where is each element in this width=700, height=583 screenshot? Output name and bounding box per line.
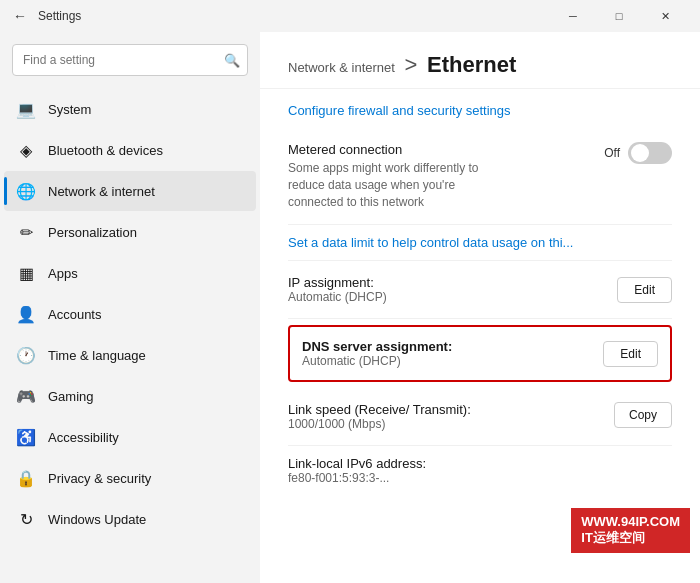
sidebar-item-privacy[interactable]: 🔒Privacy & security (4, 458, 256, 498)
sidebar-item-label-personalization: Personalization (48, 225, 244, 240)
update-icon: ↻ (16, 509, 36, 529)
maximize-button[interactable]: □ (596, 0, 642, 32)
privacy-icon: 🔒 (16, 468, 36, 488)
sidebar-item-label-network: Network & internet (48, 184, 244, 199)
sidebar-item-network[interactable]: 🌐Network & internet (4, 171, 256, 211)
metered-connection-desc: Some apps might work differently to redu… (288, 160, 508, 210)
section-name: Network & internet (288, 60, 395, 75)
link-speed-row: Link speed (Receive/ Transmit): 1000/100… (288, 388, 672, 446)
dns-assignment-info: DNS server assignment: Automatic (DHCP) (302, 339, 603, 368)
toggle-knob (631, 144, 649, 162)
ip-assignment-info: IP assignment: Automatic (DHCP) (288, 275, 617, 304)
link-speed-title: Link speed (Receive/ Transmit): (288, 402, 598, 417)
content-area: Network & internet > Ethernet Configure … (260, 32, 700, 583)
dns-assignment-value: Automatic (DHCP) (302, 354, 603, 368)
page-title: Ethernet (427, 52, 516, 77)
sidebar: 🔍 💻System◈Bluetooth & devices🌐Network & … (0, 32, 260, 583)
window-controls: ─ □ ✕ (550, 0, 688, 32)
breadcrumb: Network & internet > Ethernet (288, 52, 672, 78)
sidebar-item-label-bluetooth: Bluetooth & devices (48, 143, 244, 158)
sidebar-item-label-accessibility: Accessibility (48, 430, 244, 445)
sidebar-item-time[interactable]: 🕐Time & language (4, 335, 256, 375)
sidebar-item-accessibility[interactable]: ♿Accessibility (4, 417, 256, 457)
gaming-icon: 🎮 (16, 386, 36, 406)
dns-edit-button[interactable]: Edit (603, 341, 658, 367)
link-speed-value: 1000/1000 (Mbps) (288, 417, 598, 431)
ip-assignment-value: Automatic (DHCP) (288, 290, 617, 304)
sidebar-item-update[interactable]: ↻Windows Update (4, 499, 256, 539)
sidebar-item-label-time: Time & language (48, 348, 244, 363)
nav-list: 💻System◈Bluetooth & devices🌐Network & in… (0, 88, 260, 540)
ipv6-value: fe80-f001:5:93:3-... (288, 471, 672, 485)
sidebar-item-personalization[interactable]: ✏Personalization (4, 212, 256, 252)
time-icon: 🕐 (16, 345, 36, 365)
ipv6-title: Link-local IPv6 address: (288, 456, 672, 471)
ip-edit-button[interactable]: Edit (617, 277, 672, 303)
network-icon: 🌐 (16, 181, 36, 201)
titlebar: ← Settings ─ □ ✕ (0, 0, 700, 32)
toggle-off-label: Off (604, 146, 620, 160)
minimize-button[interactable]: ─ (550, 0, 596, 32)
metered-connection-control: Off (604, 142, 672, 164)
breadcrumb-separator: > (405, 52, 418, 77)
sidebar-item-gaming[interactable]: 🎮Gaming (4, 376, 256, 416)
accessibility-icon: ♿ (16, 427, 36, 447)
metered-connection-info: Metered connection Some apps might work … (288, 142, 588, 210)
bluetooth-icon: ◈ (16, 140, 36, 160)
sidebar-item-label-accounts: Accounts (48, 307, 244, 322)
personalization-icon: ✏ (16, 222, 36, 242)
content-header: Network & internet > Ethernet (260, 32, 700, 89)
sidebar-item-label-privacy: Privacy & security (48, 471, 244, 486)
data-limit-link[interactable]: Set a data limit to help control data us… (288, 225, 672, 261)
sidebar-item-apps[interactable]: ▦Apps (4, 253, 256, 293)
sidebar-item-label-update: Windows Update (48, 512, 244, 527)
apps-icon: ▦ (16, 263, 36, 283)
metered-connection-title: Metered connection (288, 142, 588, 157)
dns-assignment-title: DNS server assignment: (302, 339, 603, 354)
metered-connection-row: Metered connection Some apps might work … (288, 128, 672, 225)
search-box: 🔍 (12, 44, 248, 76)
sidebar-item-accounts[interactable]: 👤Accounts (4, 294, 256, 334)
back-button[interactable]: ← (12, 8, 28, 24)
search-input[interactable] (12, 44, 248, 76)
sidebar-item-system[interactable]: 💻System (4, 89, 256, 129)
copy-button[interactable]: Copy (614, 402, 672, 428)
sidebar-item-label-apps: Apps (48, 266, 244, 281)
search-icon: 🔍 (224, 53, 240, 68)
ip-assignment-row: IP assignment: Automatic (DHCP) Edit (288, 261, 672, 319)
sidebar-item-bluetooth[interactable]: ◈Bluetooth & devices (4, 130, 256, 170)
firewall-link[interactable]: Configure firewall and security settings (288, 89, 672, 128)
system-icon: 💻 (16, 99, 36, 119)
close-button[interactable]: ✕ (642, 0, 688, 32)
sidebar-item-label-gaming: Gaming (48, 389, 244, 404)
ipv6-row: Link-local IPv6 address: fe80-f001:5:93:… (288, 446, 672, 489)
accounts-icon: 👤 (16, 304, 36, 324)
sidebar-item-label-system: System (48, 102, 244, 117)
content-body: Configure firewall and security settings… (260, 89, 700, 583)
link-speed-info: Link speed (Receive/ Transmit): 1000/100… (288, 402, 598, 431)
dns-assignment-row: DNS server assignment: Automatic (DHCP) … (288, 325, 672, 382)
app-body: 🔍 💻System◈Bluetooth & devices🌐Network & … (0, 32, 700, 583)
metered-toggle[interactable] (628, 142, 672, 164)
ip-assignment-title: IP assignment: (288, 275, 617, 290)
app-title: Settings (38, 9, 550, 23)
